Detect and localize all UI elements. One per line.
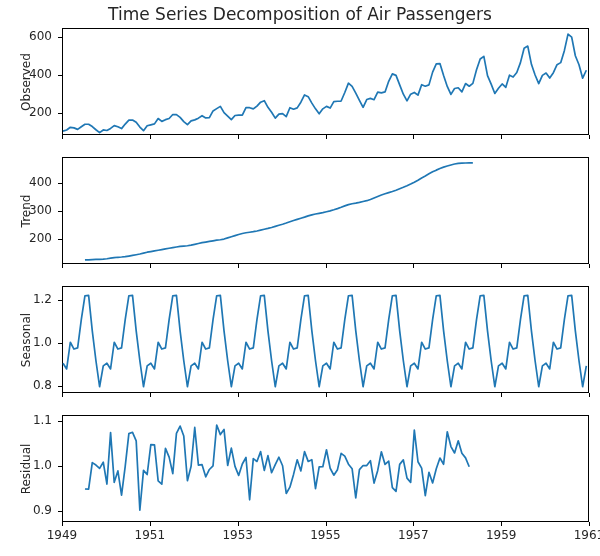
xtick-mark: [326, 264, 327, 268]
xtick-label: 1961: [569, 529, 600, 541]
xtick-mark: [413, 264, 414, 268]
ytick-mark: [58, 211, 62, 212]
xtick-mark: [589, 522, 590, 526]
ytick-mark: [58, 75, 62, 76]
xtick-mark: [238, 135, 239, 139]
line-seasonal: [63, 287, 590, 394]
ytick-mark: [58, 343, 62, 344]
ytick-label: 1.1: [0, 414, 52, 426]
panel-trend: [62, 157, 589, 264]
ytick-mark: [58, 300, 62, 301]
ytick-label: 1.0: [0, 459, 52, 471]
xtick-label: 1949: [42, 529, 82, 541]
xtick-label: 1955: [306, 529, 346, 541]
xtick-mark: [501, 264, 502, 268]
line-observed: [63, 29, 590, 136]
line-residual: [63, 416, 590, 523]
ytick-mark: [58, 511, 62, 512]
xtick-mark: [62, 264, 63, 268]
panel-observed: [62, 28, 589, 135]
xtick-mark: [150, 393, 151, 397]
xtick-mark: [238, 393, 239, 397]
xtick-label: 1951: [130, 529, 170, 541]
ytick-mark: [58, 37, 62, 38]
xtick-mark: [326, 522, 327, 526]
xtick-mark: [413, 393, 414, 397]
ytick-mark: [58, 421, 62, 422]
ytick-mark: [58, 466, 62, 467]
xtick-mark: [413, 522, 414, 526]
xtick-mark: [589, 135, 590, 139]
ytick-label: 300: [0, 204, 52, 216]
xtick-mark: [326, 135, 327, 139]
ytick-mark: [58, 113, 62, 114]
xtick-mark: [589, 393, 590, 397]
ytick-label: 0.8: [0, 379, 52, 391]
ytick-label: 1.2: [0, 293, 52, 305]
ytick-label: 400: [0, 176, 52, 188]
ytick-mark: [58, 183, 62, 184]
figure: Time Series Decomposition of Air Passeng…: [0, 0, 600, 556]
xtick-mark: [501, 522, 502, 526]
ytick-mark: [58, 239, 62, 240]
xtick-mark: [501, 393, 502, 397]
xtick-mark: [589, 264, 590, 268]
ytick-label: 1.0: [0, 336, 52, 348]
ytick-label: 200: [0, 106, 52, 118]
xtick-label: 1953: [218, 529, 258, 541]
xtick-mark: [326, 393, 327, 397]
ytick-mark: [58, 386, 62, 387]
panel-residual: [62, 415, 589, 522]
xtick-mark: [238, 264, 239, 268]
xtick-mark: [62, 393, 63, 397]
panel-seasonal: [62, 286, 589, 393]
xtick-mark: [150, 135, 151, 139]
ytick-label: 600: [0, 30, 52, 42]
xtick-mark: [413, 135, 414, 139]
xtick-mark: [62, 135, 63, 139]
xtick-label: 1957: [393, 529, 433, 541]
figure-title: Time Series Decomposition of Air Passeng…: [0, 4, 600, 24]
ytick-label: 200: [0, 232, 52, 244]
xtick-mark: [150, 264, 151, 268]
xtick-mark: [501, 135, 502, 139]
xtick-mark: [62, 522, 63, 526]
xtick-mark: [150, 522, 151, 526]
line-trend: [63, 158, 590, 265]
ytick-label: 400: [0, 68, 52, 80]
xtick-label: 1959: [481, 529, 521, 541]
xtick-mark: [238, 522, 239, 526]
ytick-label: 0.9: [0, 504, 52, 516]
